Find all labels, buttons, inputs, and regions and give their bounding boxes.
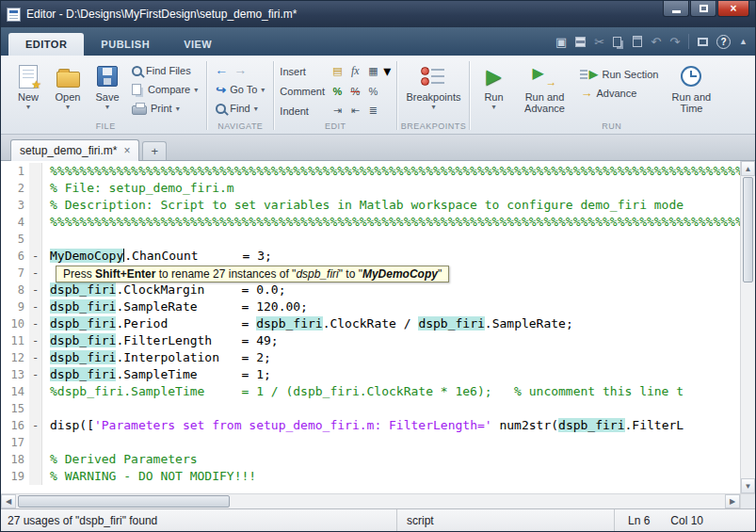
executable-line-marker[interactable] xyxy=(29,468,42,485)
executable-line-marker[interactable] xyxy=(29,400,42,417)
executable-line-marker[interactable]: - xyxy=(29,349,42,366)
executable-line-marker[interactable]: - xyxy=(29,332,42,349)
tab-editor[interactable]: EDITOR xyxy=(8,33,84,56)
insert-dropdown-icon[interactable]: ▾ xyxy=(383,62,391,80)
new-document-tab-button[interactable]: + xyxy=(142,141,167,160)
tab-view[interactable]: VIEW xyxy=(167,33,229,56)
code-line[interactable]: 12-dspb_firi.Interpolation = 2; xyxy=(1,349,740,366)
code-line[interactable]: 9-dspb_firi.SampleRate = 120.00; xyxy=(1,298,740,315)
find-button[interactable]: Find ▾ xyxy=(213,100,267,117)
executable-line-marker[interactable] xyxy=(29,180,42,197)
executable-line-marker[interactable] xyxy=(29,197,42,214)
help-icon[interactable]: ? xyxy=(716,35,731,49)
vertical-scrollbar-thumb[interactable] xyxy=(743,177,753,282)
document-tab-close-icon[interactable]: × xyxy=(123,145,130,156)
maximize-button[interactable] xyxy=(690,1,716,17)
executable-line-marker[interactable]: - xyxy=(29,282,42,298)
code-text[interactable]: dspb_firi.SampleRate = 120.00; xyxy=(42,298,308,315)
forward-icon[interactable]: → xyxy=(233,62,247,77)
compare-button[interactable]: Compare ▾ xyxy=(129,81,201,98)
switch-window-icon[interactable]: ▣ xyxy=(555,36,567,48)
cut-icon[interactable]: ✂ xyxy=(594,36,604,48)
open-button[interactable]: Open ▾ xyxy=(50,60,86,112)
close-button[interactable]: × xyxy=(717,1,749,17)
back-icon[interactable]: ← xyxy=(215,62,228,77)
executable-line-marker[interactable]: - xyxy=(29,366,42,383)
insert-block-button[interactable]: ▦ xyxy=(365,64,380,78)
code-text[interactable]: MyDemoCopy.ChanCount = 3; xyxy=(42,248,272,265)
code-line[interactable]: 5 xyxy=(1,231,740,248)
vertical-scrollbar[interactable]: ▲ ▼ xyxy=(740,161,755,493)
code-text[interactable]: %%%%%%%%%%%%%%%%%%%%%%%%%%%%%%%%%%%%%%%%… xyxy=(42,163,740,180)
uncomment-button[interactable]: % xyxy=(347,84,362,98)
scroll-right-button[interactable]: ▶ xyxy=(725,494,740,508)
code-text[interactable]: %dspb_firi.SampleTime = 1 / (dspb_firi.C… xyxy=(42,383,684,400)
code-line[interactable]: 15 xyxy=(1,400,740,417)
run-button[interactable]: ▶ Run ▾ xyxy=(475,60,511,112)
code-line[interactable]: 11-dspb_firi.FilterLength = 49; xyxy=(1,332,740,349)
layout-icon[interactable] xyxy=(698,38,708,46)
code-text[interactable]: % WARNING - DO NOT MODIFY!!! xyxy=(42,468,256,485)
code-text[interactable]: %%%%%%%%%%%%%%%%%%%%%%%%%%%%%%%%%%%%%%%%… xyxy=(42,214,740,231)
horizontal-scrollbar-thumb[interactable] xyxy=(18,495,230,508)
code-text[interactable]: dspb_firi.SampleTime = 1; xyxy=(42,366,271,383)
code-line[interactable]: 1%%%%%%%%%%%%%%%%%%%%%%%%%%%%%%%%%%%%%%%… xyxy=(1,163,740,180)
comment-button[interactable]: % xyxy=(330,84,345,98)
code-line[interactable]: 14%dspb_firi.SampleTime = 1 / (dspb_firi… xyxy=(1,383,740,400)
code-text[interactable] xyxy=(42,434,50,451)
print-button[interactable]: Print ▾ xyxy=(129,100,201,117)
code-line[interactable]: 2% File: setup_demo_firi.m xyxy=(1,180,740,197)
insert-function-button[interactable]: fx xyxy=(347,64,362,78)
executable-line-marker[interactable] xyxy=(29,434,42,451)
executable-line-marker[interactable] xyxy=(29,163,42,180)
code-line[interactable]: 17 xyxy=(1,434,740,451)
indent-right-button[interactable]: ⇥ xyxy=(330,104,345,118)
executable-line-marker[interactable]: - xyxy=(29,265,42,282)
code-text[interactable]: dspb_firi.Interpolation = 2; xyxy=(42,349,271,366)
document-tab-active[interactable]: setup_demo_firi.m* × xyxy=(10,139,139,161)
executable-line-marker[interactable] xyxy=(29,451,42,468)
tab-publish[interactable]: PUBLISH xyxy=(84,33,167,56)
executable-line-marker[interactable] xyxy=(29,214,42,231)
save-button[interactable]: Save ▾ xyxy=(89,60,125,112)
code-line[interactable]: 6-MyDemoCopy.ChanCount = 3; xyxy=(1,248,740,265)
code-line[interactable]: 19% WARNING - DO NOT MODIFY!!! xyxy=(1,468,740,485)
code-text[interactable]: % Description: Script to set variables i… xyxy=(42,197,684,214)
indent-left-button[interactable]: ⇤ xyxy=(347,104,362,118)
executable-line-marker[interactable]: - xyxy=(29,248,42,265)
scroll-left-button[interactable]: ◀ xyxy=(1,494,16,508)
run-and-advance-button[interactable]: ▶ → Run and Advance xyxy=(515,60,573,116)
code-line[interactable]: 13-dspb_firi.SampleTime = 1; xyxy=(1,366,740,383)
paste-icon[interactable] xyxy=(633,36,642,47)
advance-button[interactable]: → Advance xyxy=(577,85,661,102)
run-and-time-button[interactable]: Run and Time xyxy=(665,60,717,116)
code-text[interactable]: disp(['Parameters set from setup_demo_fi… xyxy=(42,417,684,434)
code-line[interactable]: 18% Derived Parameters xyxy=(1,451,740,468)
code-line[interactable]: 8-dspb_firi.ClockMargin = 0.0; xyxy=(1,282,740,298)
code-editor[interactable]: 1%%%%%%%%%%%%%%%%%%%%%%%%%%%%%%%%%%%%%%%… xyxy=(1,161,755,493)
scroll-down-button[interactable]: ▼ xyxy=(741,478,755,493)
minimize-button[interactable] xyxy=(663,1,689,17)
copy-icon[interactable] xyxy=(613,37,621,47)
executable-line-marker[interactable]: - xyxy=(29,315,42,332)
collapse-toolstrip-icon[interactable]: ▲ xyxy=(739,37,748,46)
wrap-comments-button[interactable]: % xyxy=(365,84,380,98)
executable-line-marker[interactable]: - xyxy=(29,417,42,434)
executable-line-marker[interactable]: - xyxy=(29,298,42,315)
save-icon[interactable] xyxy=(575,37,586,47)
smart-indent-button[interactable]: ≣ xyxy=(365,104,380,118)
code-text[interactable]: dspb_firi.FilterLength = 49; xyxy=(42,332,279,349)
code-text[interactable] xyxy=(42,400,50,417)
goto-button[interactable]: ↪ Go To ▾ xyxy=(213,81,267,98)
title-bar[interactable]: Editor - D:\Designs\MyFirstDesign\setup_… xyxy=(1,1,755,27)
code-line[interactable]: 4%%%%%%%%%%%%%%%%%%%%%%%%%%%%%%%%%%%%%%%… xyxy=(1,214,740,231)
code-line[interactable]: 16-disp(['Parameters set from setup_demo… xyxy=(1,417,740,434)
code-text[interactable]: % File: setup_demo_firi.m xyxy=(42,180,234,197)
code-text[interactable] xyxy=(42,265,50,282)
code-text[interactable]: dspb_firi.Period = dspb_firi.ClockRate /… xyxy=(42,315,573,332)
code-text[interactable]: % Derived Parameters xyxy=(42,451,198,468)
code-line[interactable]: 3% Description: Script to set variables … xyxy=(1,197,740,214)
code-line[interactable]: 10-dspb_firi.Period = dspb_firi.ClockRat… xyxy=(1,315,740,332)
code-text[interactable] xyxy=(42,231,50,248)
breakpoints-button[interactable]: Breakpoints ▾ xyxy=(403,60,463,112)
